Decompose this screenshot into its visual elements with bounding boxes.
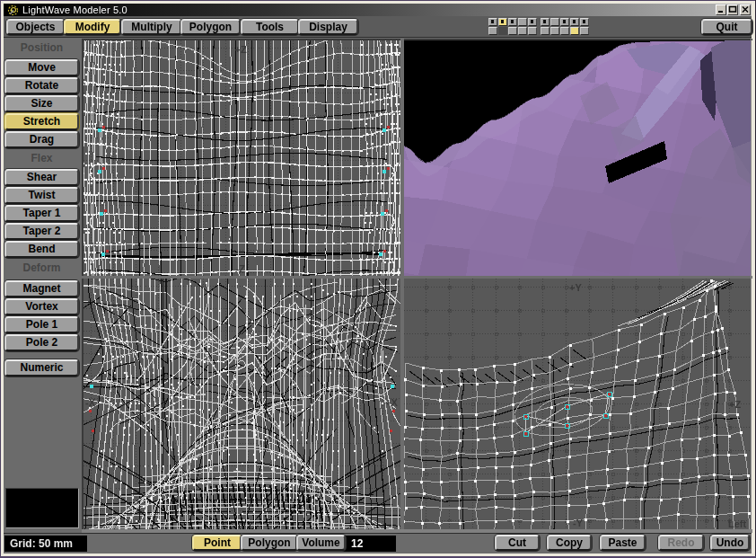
svg-text:+Y: +Y xyxy=(569,282,582,293)
svg-text:+Z: +Z xyxy=(235,44,247,55)
svg-text:-X: -X xyxy=(85,397,96,408)
svg-text:+Z: +Z xyxy=(729,399,741,410)
svg-text:Left: Left xyxy=(728,518,747,529)
svg-text:-Z: -Z xyxy=(236,263,246,274)
svg-text:-Y: -Y xyxy=(573,518,584,528)
svg-text:+X: +X xyxy=(385,397,398,408)
